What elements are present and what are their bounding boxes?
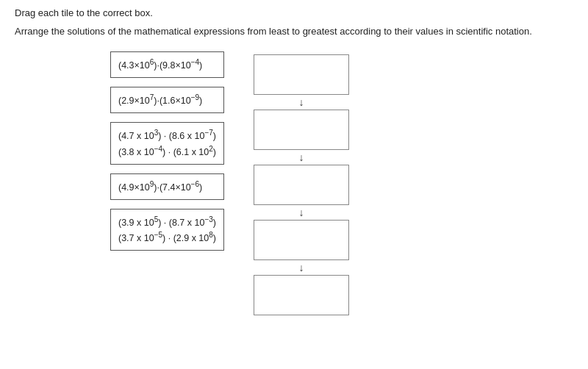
- tile-4[interactable]: (4.9×109)·(7.4×10−6): [110, 173, 224, 200]
- page: Drag each tile to the correct box. Arran…: [0, 0, 588, 323]
- arrow-1: ↓: [299, 97, 304, 107]
- tile-3[interactable]: (4.7 x 103) · (8.6 x 10−7) (3.8 x 10−4) …: [110, 122, 224, 165]
- drop-box-3[interactable]: [254, 165, 349, 205]
- activity-area: (4.3×106)·(9.8×10−4) (2.9×107)·(1.6×10−9…: [15, 51, 573, 315]
- drag-instruction: Drag each tile to the correct box.: [15, 7, 573, 18]
- tile-3-line1: (4.7 x 103) · (8.6 x 10−7): [118, 127, 216, 143]
- tile-5-line2: (3.7 x 10−5) · (2.9 x 108): [118, 229, 216, 246]
- tile-1[interactable]: (4.3×106)·(9.8×10−4): [110, 51, 224, 78]
- tile-4-text: (4.9×109)·(7.4×10−6): [118, 182, 202, 193]
- tile-3-line2: (3.8 x 10−4) · (6.1 x 102): [118, 143, 216, 160]
- drop-column: ↓ ↓ ↓ ↓: [254, 51, 349, 315]
- drop-box-2[interactable]: [254, 110, 349, 150]
- arrange-instruction: Arrange the solutions of the mathematica…: [15, 26, 573, 37]
- drop-box-5[interactable]: [254, 275, 349, 315]
- tiles-column: (4.3×106)·(9.8×10−4) (2.9×107)·(1.6×10−9…: [110, 51, 224, 315]
- tile-5[interactable]: (3.9 x 105) · (8.7 x 10−3) (3.7 x 10−5) …: [110, 209, 224, 251]
- arrow-4: ↓: [299, 262, 304, 273]
- drop-box-4[interactable]: [254, 220, 349, 260]
- arrow-2: ↓: [299, 152, 304, 162]
- tile-2-text: (2.9×107)·(1.6×10−9): [118, 96, 202, 106]
- drop-box-1[interactable]: [254, 54, 349, 95]
- arrow-3: ↓: [299, 207, 304, 218]
- tile-5-line1: (3.9 x 105) · (8.7 x 10−3): [118, 214, 216, 230]
- tile-2[interactable]: (2.9×107)·(1.6×10−9): [110, 87, 224, 113]
- tile-1-text: (4.3×106)·(9.8×10−4): [118, 60, 202, 71]
